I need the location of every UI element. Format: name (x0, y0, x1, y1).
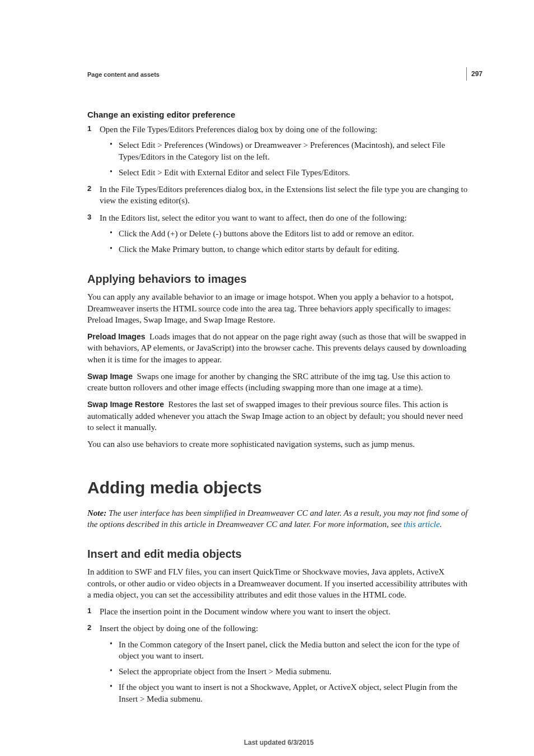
step-2-bullets: In the Common category of the Insert pan… (100, 639, 470, 704)
bullet-item: Select Edit > Preferences (Windows) or D… (100, 139, 470, 162)
bullet-item: Select the appropriate object from the I… (100, 666, 470, 677)
bullet-item: Select Edit > Edit with External Editor … (100, 167, 470, 178)
step-3-bullets: Click the Add (+) or Delete (-) buttons … (100, 228, 470, 255)
bullet-item: Click the Add (+) or Delete (-) buttons … (100, 228, 470, 239)
step-number: 2 (87, 184, 91, 194)
def-term: Preload Images (87, 332, 146, 341)
note-tail: . (440, 520, 442, 529)
note-paragraph: Note: The user interface has been simpli… (87, 507, 470, 530)
heading-adding-media-objects: Adding media objects (87, 477, 470, 500)
step-1: 1 Place the insertion point in the Docum… (87, 606, 470, 617)
step-text: Place the insertion point in the Documen… (100, 607, 390, 616)
step-3: 3 In the Editors list, select the editor… (87, 212, 470, 255)
step-number: 1 (87, 124, 91, 134)
bullet-item: If the object you want to insert is not … (100, 682, 470, 704)
footer-last-updated: Last updated 6/3/2015 (87, 738, 470, 747)
step-1: 1 Open the File Types/Editors Preference… (87, 124, 470, 178)
step-text: In the Editors list, select the editor y… (100, 213, 407, 222)
def-body: Swaps one image for another by changing … (87, 372, 450, 392)
intro-paragraph: You can apply any available behavior to … (87, 291, 470, 325)
sub-intro: In addition to SWF and FLV files, you ca… (87, 566, 470, 600)
step-2: 2 In the File Types/Editors preferences … (87, 184, 470, 207)
steps-change-editor: 1 Open the File Types/Editors Preference… (87, 124, 470, 255)
steps-insert-media: 1 Place the insertion point in the Docum… (87, 606, 470, 704)
step-text: Open the File Types/Editors Preferences … (100, 125, 377, 134)
bullet-item: Click the Make Primary button, to change… (100, 244, 470, 255)
note-link[interactable]: this article (404, 520, 440, 529)
heading-applying-behaviors: Applying behaviors to images (87, 272, 470, 287)
heading-insert-edit-media: Insert and edit media objects (87, 547, 470, 562)
step-text: In the File Types/Editors preferences di… (100, 185, 467, 205)
note-lead: Note: (87, 508, 109, 517)
step-number: 3 (87, 212, 91, 222)
heading-change-editor-pref: Change an existing editor preference (87, 109, 470, 120)
running-head: Page content and assets (87, 71, 470, 79)
def-swap-image: Swap Image Swaps one image for another b… (87, 371, 470, 394)
step-number: 2 (87, 623, 91, 633)
step-text: Insert the object by doing one of the fo… (100, 624, 258, 633)
step-2: 2 Insert the object by doing one of the … (87, 623, 470, 704)
step-1-bullets: Select Edit > Preferences (Windows) or D… (100, 139, 470, 178)
def-term: Swap Image Restore (87, 400, 164, 409)
def-swap-image-restore: Swap Image Restore Restores the last set… (87, 399, 470, 433)
bullet-item: In the Common category of the Insert pan… (100, 639, 470, 662)
step-number: 1 (87, 606, 91, 616)
page-number: 297 (466, 67, 483, 81)
def-preload-images: Preload Images Loads images that do not … (87, 331, 470, 365)
def-term: Swap Image (87, 372, 133, 381)
outro-paragraph: You can also use behaviors to create mor… (87, 438, 470, 450)
